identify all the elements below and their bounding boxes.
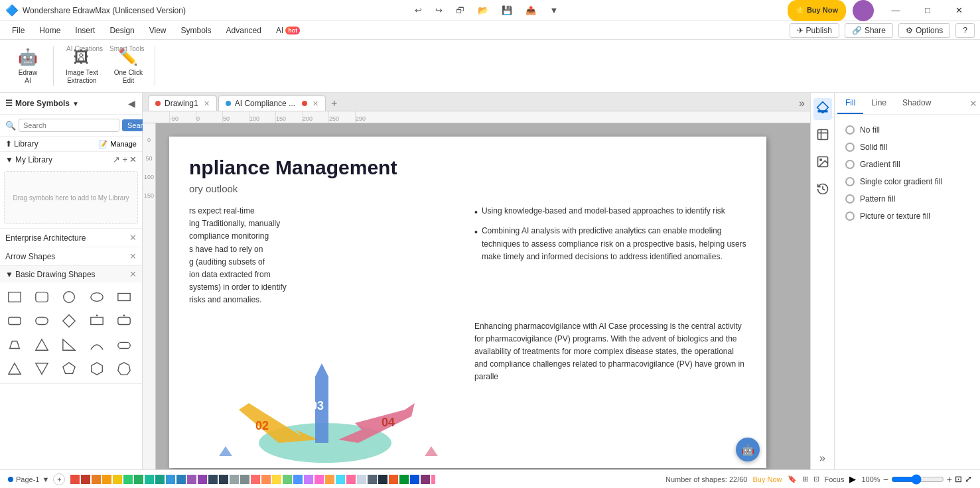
color-swatch-7[interactable] [145,475,154,484]
menu-insert[interactable]: Insert [68,23,102,38]
shape-rounded-handle[interactable] [113,310,135,332]
color-swatch-3[interactable] [102,475,111,484]
fit-screen-button[interactable]: ⊡ [955,474,962,484]
fill-option-texture[interactable]: Picture or texture fill [843,208,972,225]
color-swatch-15[interactable] [230,475,239,484]
color-swatch-11[interactable] [187,475,196,484]
tab-drawing1[interactable]: Drawing1 ✕ [148,95,217,111]
options-button[interactable]: ⚙ Options [898,23,950,38]
shape-rect-handle[interactable] [86,310,107,332]
color-swatch-29[interactable] [378,475,387,484]
my-library-close-btn[interactable]: ✕ [129,154,137,164]
arrow-shapes-category[interactable]: Arrow Shapes ✕ [0,247,142,266]
my-library-header[interactable]: ▼ My Library ↗ + ✕ [0,152,142,167]
color-swatch-10[interactable] [176,475,186,484]
tab-close-2[interactable]: ✕ [313,99,318,108]
my-library-export-btn[interactable]: ↗ [113,154,120,164]
tab-line[interactable]: Line [863,93,894,114]
page-dropdown[interactable]: ▼ [42,475,49,483]
color-swatch-2[interactable] [92,475,101,484]
more-button[interactable]: ▼ [545,4,562,17]
color-swatch-32[interactable] [410,475,419,484]
play-button[interactable]: ▶ [849,474,856,484]
fill-icon[interactable] [813,98,832,120]
shape-pentagon[interactable] [58,358,80,379]
layers-button[interactable]: ⊞ [802,475,808,483]
color-swatch-12[interactable] [198,475,207,484]
shape-rect-2[interactable] [113,286,135,308]
color-swatch-1[interactable] [81,475,90,484]
color-swatch-22[interactable] [304,475,313,484]
help-button[interactable]: ? [955,23,975,38]
shape-rectangle[interactable] [4,286,25,308]
shape-oval[interactable] [86,286,107,308]
close-button[interactable]: ✕ [944,0,975,21]
history-icon[interactable] [813,180,832,202]
color-swatch-20[interactable] [283,475,292,484]
color-swatch-34[interactable] [431,475,435,484]
shape-stadium[interactable] [113,334,135,355]
menu-ai[interactable]: AI hot [269,23,307,38]
shape-triangle[interactable] [31,334,52,355]
shape-diamond[interactable] [58,310,80,332]
zoom-slider[interactable] [891,474,944,485]
color-swatch-8[interactable] [155,475,165,484]
undo-button[interactable]: ↩ [411,4,426,17]
image-icon[interactable] [813,152,832,174]
zoom-out-button[interactable]: − [883,474,888,485]
color-swatch-14[interactable] [219,475,228,484]
tab-shadow[interactable]: Shadow [894,93,939,114]
ai-chat-button[interactable]: 🤖 [736,438,760,461]
add-page-button[interactable]: + [53,473,65,485]
color-swatch-16[interactable] [240,475,249,484]
export-button[interactable]: 📤 [522,4,540,17]
color-swatch-0[interactable] [70,475,80,484]
expand-right-panel-button[interactable]: » [819,452,825,464]
shape-heptagon[interactable] [113,358,135,379]
color-swatch-27[interactable] [357,475,366,484]
redo-button[interactable]: ↪ [431,4,447,17]
color-swatch-17[interactable] [251,475,260,484]
shape-soft-rect[interactable] [31,310,52,332]
library-label[interactable]: ⬆ Library [5,139,38,149]
shape-rounded-rect[interactable] [31,286,52,308]
new-button[interactable]: 🗗 [452,4,468,17]
menu-advanced[interactable]: Advanced [220,23,268,38]
tab-ai-compliance[interactable]: AI Compliance ... ✕ [218,95,326,111]
collapse-panel-button[interactable]: ◀ [127,97,137,110]
color-swatch-24[interactable] [325,475,334,484]
color-swatch-31[interactable] [399,475,409,484]
minimize-button[interactable]: — [880,0,911,21]
search-input[interactable] [19,119,119,132]
shape-inv-triangle[interactable] [31,358,52,379]
fill-option-pattern[interactable]: Pattern fill [843,190,972,208]
shape-arc[interactable] [86,334,107,355]
shape-triangle-2[interactable] [4,358,25,379]
canvas-wrapper[interactable]: 0 50 100 150 npliance Management ory out… [143,123,810,469]
shape-right-triangle[interactable] [58,334,80,355]
fill-option-gradient[interactable]: Gradient fill [843,156,972,173]
properties-icon[interactable] [813,125,832,147]
color-swatch-18[interactable] [261,475,271,484]
menu-file[interactable]: File [5,23,31,38]
publish-button[interactable]: ✈ Publish [790,23,839,38]
manage-label[interactable]: Manage [110,140,137,149]
open-button[interactable]: 📂 [474,4,492,17]
fill-option-single-gradient[interactable]: Single color gradient fill [843,173,972,190]
color-swatch-28[interactable] [368,475,377,484]
add-tab-button[interactable]: + [327,97,341,109]
save-button[interactable]: 💾 [498,4,516,17]
arrow-shapes-close[interactable]: ✕ [129,251,137,261]
fill-panel-close[interactable]: ✕ [969,98,977,109]
menu-view[interactable]: View [143,23,173,38]
status-buy-now[interactable]: Buy Now [752,475,782,483]
tab-fill[interactable]: Fill [837,93,863,114]
fill-option-solid[interactable]: Solid fill [843,139,972,156]
color-swatch-23[interactable] [315,475,324,484]
fill-option-none[interactable]: No fill [843,121,972,139]
canvas-page[interactable]: npliance Management ory outlook rs expec… [169,137,766,468]
color-swatch-19[interactable] [272,475,281,484]
shape-hexagon[interactable] [86,358,107,379]
share-button[interactable]: 🔗 Share [845,23,893,38]
color-swatch-4[interactable] [113,475,122,484]
